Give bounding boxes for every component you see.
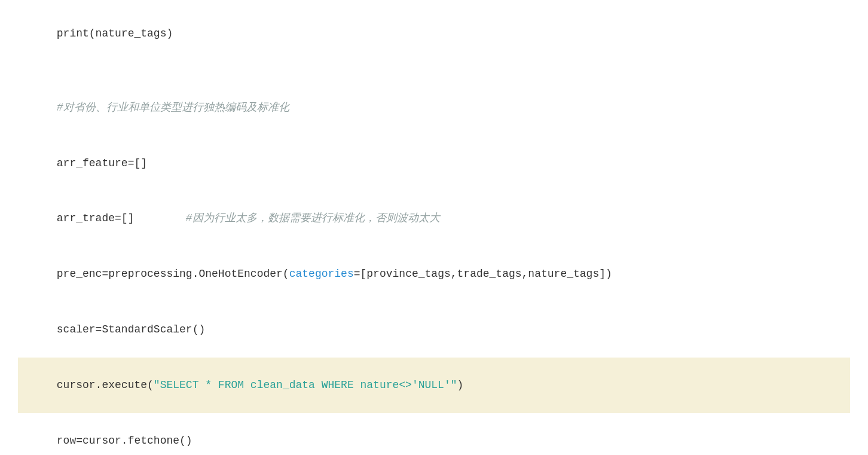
code-line-1: print(nature_tags) (18, 6, 850, 62)
code-line-scaler: scaler=StandardScaler() (18, 302, 850, 358)
code-line-comment-1: #对省份、行业和单位类型进行独热编码及标准化 (18, 80, 850, 136)
code-line-arr-feature: arr_feature=[] (18, 136, 850, 191)
code-line-arr-trade: arr_trade=[] #因为行业太多，数据需要进行标准化，否则波动太大 (18, 191, 850, 247)
code-line-row-fetch: row=cursor.fetchone() (18, 413, 850, 455)
code-container: print(nature_tags) #对省份、行业和单位类型进行独热编码及标准… (0, 0, 868, 455)
code-line-pre-enc: pre_enc=preprocessing.OneHotEncoder(cate… (18, 246, 850, 302)
code-line-cursor-execute: cursor.execute("SELECT * FROM clean_data… (18, 358, 850, 413)
code-line-empty-1 (18, 62, 850, 80)
code-block: print(nature_tags) #对省份、行业和单位类型进行独热编码及标准… (0, 6, 868, 455)
